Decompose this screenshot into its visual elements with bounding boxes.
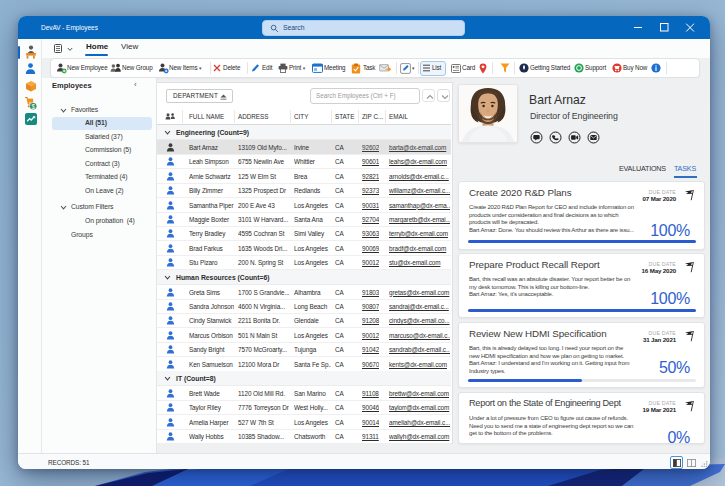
svg-text:$: $	[31, 103, 35, 110]
